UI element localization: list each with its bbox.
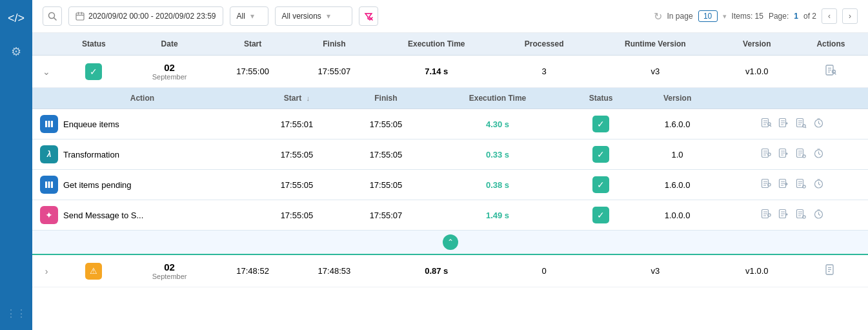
row-exec-time-cell: 7.14 s [375, 56, 498, 88]
collapse-row-button[interactable]: ⌄ [40, 64, 53, 79]
chevron-down-icon-2: ▾ [327, 12, 330, 21]
versions-select[interactable]: All versions ▾ [275, 6, 352, 26]
page-of: of 2 [803, 12, 816, 21]
action-icon-transform: λ [40, 145, 58, 163]
toolbar: 2020/09/02 00:00 - 2020/09/02 23:59 All … [32, 0, 868, 33]
sub-exec: 4.30 s [430, 109, 565, 139]
row-processed-cell: 3 [498, 56, 590, 88]
sub-input-btn-4[interactable] [760, 207, 773, 223]
sub-timing-btn-3[interactable] [812, 177, 825, 193]
date-range-picker[interactable]: 2020/09/02 00:00 - 2020/09/02 23:59 [68, 6, 223, 26]
code-icon[interactable]: </> [4, 8, 28, 29]
row-actions-cell-2 [794, 254, 868, 287]
view-log-button[interactable] [823, 63, 838, 80]
sub-finish: 17:55:05 [341, 139, 430, 170]
sub-timing-btn-2[interactable] [812, 147, 825, 163]
sub-action-cell: λ Transformation [32, 139, 252, 170]
sub-action-label: Get items pending [63, 180, 132, 190]
view-icon [796, 118, 807, 129]
timing-icon-3 [813, 178, 824, 189]
filter-all-label: All [237, 12, 245, 21]
in-page-chevron: ▾ [723, 12, 727, 21]
view-log-button-2[interactable] [823, 263, 838, 280]
versions-label: All versions [282, 12, 321, 21]
svg-rect-36 [48, 181, 50, 188]
sub-timing-btn-4[interactable] [812, 207, 825, 223]
sub-finish: 17:55:05 [341, 109, 430, 139]
output-log-icon-2 [778, 148, 789, 159]
date-number: 02 [135, 62, 205, 73]
sub-view-btn-4[interactable] [794, 207, 808, 223]
sub-status: ✓ [565, 109, 637, 139]
timing-icon [813, 118, 824, 129]
col-actions: Actions [794, 33, 868, 56]
page-label: Page: [769, 12, 789, 21]
sub-view-btn-2[interactable] [794, 147, 808, 163]
sub-status-success: ✓ [592, 176, 609, 193]
table-row: ⌄ ✓ 02 September 17:55:00 17:55:07 7.14 … [32, 56, 868, 88]
items-count: Items: 15 [732, 12, 763, 21]
date-number-2: 02 [135, 262, 205, 273]
sub-view-btn-3[interactable] [794, 177, 808, 193]
filter-clear-icon [364, 12, 373, 21]
sub-col-status: Status [565, 88, 637, 109]
expand-row-button[interactable]: › [43, 263, 51, 279]
search-button[interactable] [43, 6, 62, 26]
row-runtime-cell: v3 [590, 56, 720, 88]
sub-table: Action Start ↓ Finish Execution Time Sta… [32, 88, 868, 230]
sort-icon: ↓ [307, 94, 310, 102]
sub-output-btn[interactable] [777, 116, 791, 132]
sub-output-btn-4[interactable] [777, 207, 791, 223]
sub-start: 17:55:05 [252, 200, 341, 231]
sub-col-exec-time: Execution Time [430, 88, 565, 109]
input-log-icon-3 [761, 178, 772, 189]
refresh-button[interactable]: ↻ [654, 10, 662, 23]
sub-input-btn-3[interactable] [760, 177, 773, 193]
table-row-2: › ⚠ 02 September 17:48:52 17:48:53 0.87 … [32, 254, 868, 287]
date-month-2: September [135, 273, 205, 280]
sub-table-item: ✦ Send Message to S... 17:55:05 17:55:07… [32, 200, 868, 231]
getitems-icon [45, 180, 54, 189]
sub-timing-btn[interactable] [812, 116, 825, 132]
next-page-button[interactable]: › [842, 8, 858, 24]
sub-col-finish: Finish [341, 88, 430, 109]
prev-page-button[interactable]: ‹ [822, 8, 837, 24]
enqueue-icon [45, 119, 54, 129]
svg-rect-37 [51, 181, 53, 188]
settings-icon[interactable]: ⚙ [7, 41, 25, 63]
sub-version: 1.0 [637, 139, 718, 170]
sub-view-btn[interactable] [794, 116, 808, 132]
timing-icon-4 [813, 209, 824, 220]
sub-output-btn-2[interactable] [777, 147, 791, 163]
row-expand-cell: ⌄ [32, 56, 61, 88]
clear-filters-button[interactable] [359, 6, 378, 26]
view-icon-3 [796, 178, 807, 189]
row-version-cell: v1.0.0 [720, 56, 794, 88]
sub-input-btn-2[interactable] [760, 147, 773, 163]
in-page-input[interactable] [698, 10, 718, 22]
col-status: Status [61, 33, 127, 56]
input-log-icon [761, 118, 772, 129]
collapse-subtable-button[interactable]: ⌃ [443, 234, 458, 250]
sub-action-cell: Get items pending [32, 170, 252, 200]
sub-table-item: λ Transformation 17:55:05 17:55:05 0.33 … [32, 139, 868, 170]
sub-col-actions [718, 88, 868, 109]
svg-line-55 [819, 214, 821, 216]
sub-action-label: Enqueue items [63, 119, 119, 129]
sub-output-btn-3[interactable] [777, 177, 791, 193]
sub-action-cell: Enqueue items [32, 109, 252, 139]
sub-table-row: Action Start ↓ Finish Execution Time Sta… [32, 88, 868, 255]
row-version-cell-2: v1.0.0 [720, 254, 794, 287]
sub-action-label: Transformation [63, 150, 119, 160]
current-page[interactable]: 1 [794, 12, 798, 21]
row-status-cell-2: ⚠ [61, 254, 127, 287]
row-date-cell: 02 September [127, 56, 212, 88]
sub-input-btn[interactable] [760, 116, 773, 132]
output-log-icon [778, 118, 789, 129]
filter-all-select[interactable]: All ▾ [230, 6, 268, 26]
row-finish-cell: 17:55:07 [294, 56, 375, 88]
sub-table-cell: Action Start ↓ Finish Execution Time Sta… [32, 88, 868, 255]
sub-version: 1.6.0.0 [637, 170, 718, 200]
svg-line-21 [805, 127, 807, 128]
row-start-cell-2: 17:48:52 [212, 254, 293, 287]
